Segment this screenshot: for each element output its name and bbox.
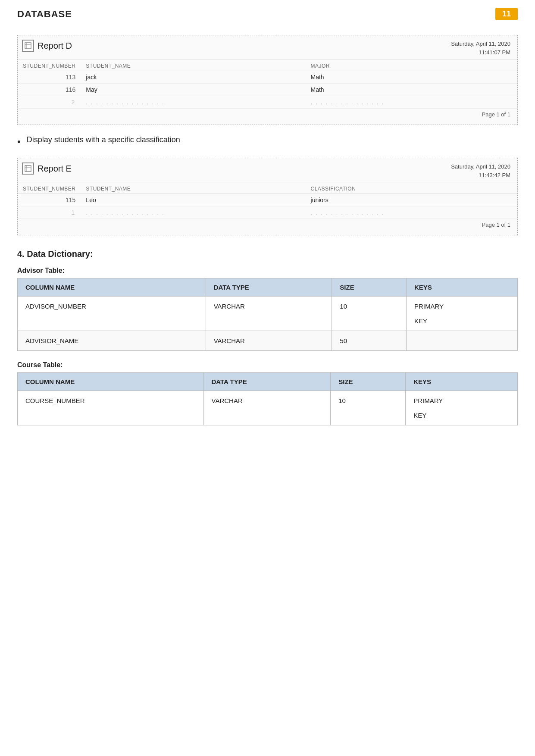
report-d-row1-name: jack — [81, 71, 305, 84]
report-d-dotted-1: . . . . . . . . . . . . . . . . — [81, 96, 305, 109]
course-row1-data-type: VARCHAR — [203, 391, 331, 425]
report-d-dotted-row: 2 . . . . . . . . . . . . . . . . . . . … — [18, 96, 517, 109]
report-e-table: STUDENT_NUMBER STUDENT_NAME CLASSIFICATI… — [18, 184, 517, 219]
course-col-header-3: KEYS — [406, 373, 518, 391]
svg-rect-0 — [25, 43, 31, 49]
report-e-dotted-1: . . . . . . . . . . . . . . . . — [81, 206, 305, 219]
advisor-col-header-3: KEYS — [407, 278, 518, 297]
advisor-row1-data-type: VARCHAR — [206, 297, 332, 331]
report-d-time: 11:41:07 PM — [451, 48, 510, 57]
page-title: DATABASE — [17, 9, 72, 20]
report-e-icon-title: Report E — [22, 162, 72, 175]
table-row: 113 jack Math — [18, 71, 517, 84]
page-number-badge: 11 — [495, 8, 518, 20]
report-d-table: STUDENT_NUMBER STUDENT_NAME MAJOR 113 ja… — [18, 61, 517, 109]
report-e-col-name: STUDENT_NAME — [81, 184, 305, 194]
page-header: DATABASE 11 — [0, 0, 535, 25]
report-d-col-major: MAJOR — [306, 61, 517, 71]
bullet-text: Display students with a specific classif… — [27, 135, 180, 144]
course-table-heading: Course Table: — [17, 361, 518, 369]
report-d-datetime: Saturday, April 11, 2020 11:41:07 PM — [451, 40, 510, 56]
report-d-row1-num: 113 — [18, 71, 81, 84]
course-col-header-1: DATA TYPE — [203, 373, 331, 391]
advisor-col-header-0: COLUMN NAME — [18, 278, 206, 297]
table-row: ADVISIOR_NAME VARCHAR 50 — [18, 331, 518, 351]
report-e-title: Report E — [38, 164, 72, 174]
bullet-section: • Display students with a specific class… — [17, 135, 518, 147]
advisor-table: COLUMN NAME DATA TYPE SIZE KEYS ADVISOR_… — [17, 278, 518, 351]
section-heading: 4. Data Dictionary: — [17, 249, 518, 259]
report-d-title: Report D — [38, 41, 72, 51]
advisor-col-header-2: SIZE — [332, 278, 407, 297]
report-e-row1-name: Leo — [81, 194, 305, 206]
svg-rect-3 — [25, 166, 31, 172]
bullet-icon: • — [17, 136, 21, 147]
course-col-header-2: SIZE — [331, 373, 406, 391]
advisor-row1-col-name: ADVISOR_NUMBER — [18, 297, 206, 331]
report-d-icon — [22, 40, 34, 52]
course-col-header-0: COLUMN NAME — [18, 373, 204, 391]
report-e-page-info: Page 1 of 1 — [482, 222, 511, 228]
advisor-row2-data-type: VARCHAR — [206, 331, 332, 351]
report-e-dotted-row: 1 . . . . . . . . . . . . . . . . . . . … — [18, 206, 517, 219]
report-e-icon — [22, 162, 34, 175]
advisor-table-heading: Advisor Table: — [17, 267, 518, 275]
report-e-row1-num: 115 — [18, 194, 81, 206]
report-d-icon-title: Report D — [22, 40, 72, 52]
report-d-date: Saturday, April 11, 2020 — [451, 40, 510, 48]
table-row: ADVISOR_NUMBER VARCHAR 10 PRIMARY KEY — [18, 297, 518, 331]
report-d-footer: Page 1 of 1 — [18, 109, 517, 120]
table-row: COURSE_NUMBER VARCHAR 10 PRIMARY KEY — [18, 391, 518, 425]
report-e-header: Report E Saturday, April 11, 2020 11:43:… — [18, 158, 517, 182]
report-d-col-name: STUDENT_NAME — [81, 61, 305, 71]
advisor-row1-size: 10 — [332, 297, 407, 331]
report-d-col-number: STUDENT_NUMBER — [18, 61, 81, 71]
report-d-count: 2 — [18, 96, 81, 109]
advisor-row2-size: 50 — [332, 331, 407, 351]
report-d-container: Report D Saturday, April 11, 2020 11:41:… — [17, 35, 518, 125]
report-e-date: Saturday, April 11, 2020 — [451, 162, 510, 171]
report-d-row2-name: May — [81, 84, 305, 96]
table-row: 116 May Math — [18, 84, 517, 96]
table-row: 115 Leo juniors — [18, 194, 517, 206]
report-d-page-info: Page 1 of 1 — [482, 111, 511, 118]
report-e-container: Report E Saturday, April 11, 2020 11:43:… — [17, 158, 518, 235]
report-d-row2-num: 116 — [18, 84, 81, 96]
report-d-row1-major: Math — [306, 71, 517, 84]
course-row1-keys: PRIMARY KEY — [406, 391, 518, 425]
report-e-count: 1 — [18, 206, 81, 219]
report-e-datetime: Saturday, April 11, 2020 11:43:42 PM — [451, 162, 510, 179]
course-row1-col-name: COURSE_NUMBER — [18, 391, 204, 425]
report-e-col-class: CLASSIFICATION — [306, 184, 517, 194]
report-e-col-number: STUDENT_NUMBER — [18, 184, 81, 194]
course-table: COLUMN NAME DATA TYPE SIZE KEYS COURSE_N… — [17, 372, 518, 425]
report-e-dotted-2: . . . . . . . . . . . . . . . — [306, 206, 517, 219]
report-e-row1-class: juniors — [306, 194, 517, 206]
advisor-col-header-1: DATA TYPE — [206, 278, 332, 297]
report-e-time: 11:43:42 PM — [451, 171, 510, 180]
report-e-footer: Page 1 of 1 — [18, 219, 517, 231]
report-d-header: Report D Saturday, April 11, 2020 11:41:… — [18, 35, 517, 59]
advisor-row2-keys — [407, 331, 518, 351]
advisor-row2-col-name: ADVISIOR_NAME — [18, 331, 206, 351]
report-d-row2-major: Math — [306, 84, 517, 96]
advisor-row1-keys: PRIMARY KEY — [407, 297, 518, 331]
report-d-dotted-2: . . . . . . . . . . . . . . . — [306, 96, 517, 109]
course-row1-size: 10 — [331, 391, 406, 425]
